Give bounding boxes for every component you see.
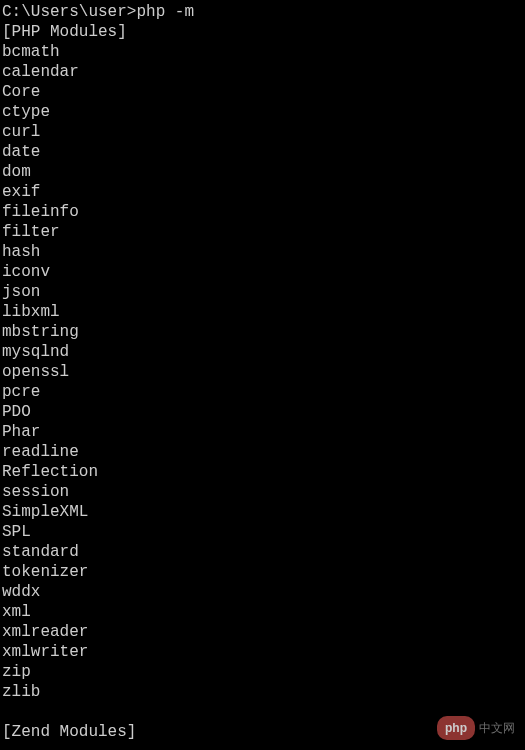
watermark: php 中文网	[437, 716, 515, 740]
module-line: xmlwriter	[2, 642, 523, 662]
module-line: filter	[2, 222, 523, 242]
module-line: tokenizer	[2, 562, 523, 582]
module-line: exif	[2, 182, 523, 202]
module-line: SimpleXML	[2, 502, 523, 522]
terminal[interactable]: C:\Users\user>php -m [PHP Modules] bcmat…	[0, 0, 525, 744]
module-line: curl	[2, 122, 523, 142]
module-line: ctype	[2, 102, 523, 122]
module-line: openssl	[2, 362, 523, 382]
module-line: zlib	[2, 682, 523, 702]
command-input: php -m	[136, 3, 194, 21]
module-line: json	[2, 282, 523, 302]
prompt-line: C:\Users\user>php -m	[2, 2, 523, 22]
module-line: mysqlnd	[2, 342, 523, 362]
module-line: standard	[2, 542, 523, 562]
module-line: wddx	[2, 582, 523, 602]
module-line: Phar	[2, 422, 523, 442]
module-line: mbstring	[2, 322, 523, 342]
module-line: pcre	[2, 382, 523, 402]
module-line: readline	[2, 442, 523, 462]
module-line: SPL	[2, 522, 523, 542]
module-line: Reflection	[2, 462, 523, 482]
module-line: fileinfo	[2, 202, 523, 222]
module-line: bcmath	[2, 42, 523, 62]
module-line: dom	[2, 162, 523, 182]
module-line: libxml	[2, 302, 523, 322]
module-line: date	[2, 142, 523, 162]
php-modules-header: [PHP Modules]	[2, 22, 523, 42]
module-line: Core	[2, 82, 523, 102]
module-line: session	[2, 482, 523, 502]
module-line: xml	[2, 602, 523, 622]
watermark-text: 中文网	[479, 718, 515, 738]
prompt-path: C:\Users\user>	[2, 3, 136, 21]
module-line: zip	[2, 662, 523, 682]
module-line: xmlreader	[2, 622, 523, 642]
module-line: hash	[2, 242, 523, 262]
watermark-badge: php	[437, 716, 475, 740]
module-line: iconv	[2, 262, 523, 282]
module-line: calendar	[2, 62, 523, 82]
module-line: PDO	[2, 402, 523, 422]
